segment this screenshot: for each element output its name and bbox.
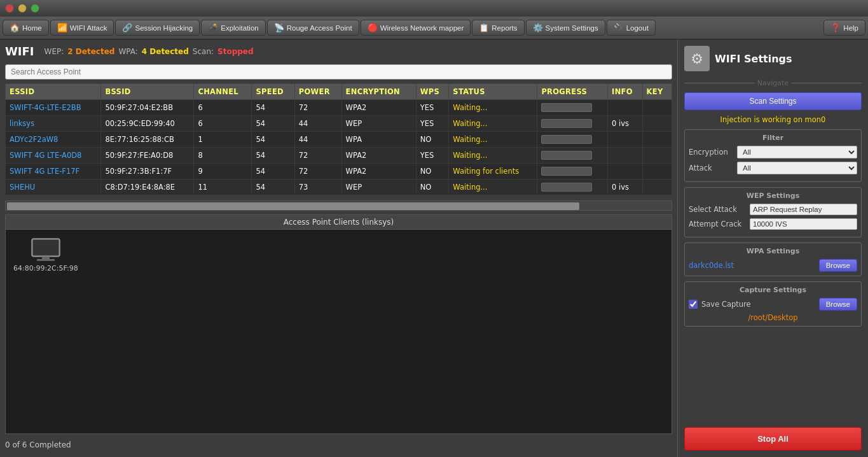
wifi-header: WIFI WEP: 2 Detected WPA: 4 Detected Sca…	[5, 45, 672, 58]
info-cell	[608, 132, 642, 148]
attempt-crack-input[interactable]	[750, 218, 857, 230]
channel-cell: 8	[194, 148, 252, 164]
horizontal-scrollbar[interactable]	[5, 200, 672, 211]
table-row[interactable]: ADYc2F2aW8 8E:77:16:25:88:CB 1 54 44 WPA…	[6, 132, 672, 148]
maximize-button[interactable]	[31, 4, 39, 13]
search-input[interactable]	[5, 64, 672, 80]
close-button[interactable]	[5, 4, 14, 13]
col-speed: SPEED	[252, 84, 294, 100]
title-bar	[0, 0, 868, 17]
nav-wifi-attack[interactable]: 📶 WIFI Attack	[50, 20, 114, 36]
report-icon: 📋	[479, 23, 489, 32]
antenna-icon: 📡	[274, 23, 284, 32]
power-cell: 44	[294, 132, 341, 148]
wep-label: WEP:	[45, 47, 64, 56]
info-cell: 0 ivs	[608, 116, 642, 132]
progress-bar	[541, 183, 592, 192]
nav-system-settings[interactable]: ⚙️ System Settings	[526, 20, 605, 36]
channel-cell: 6	[194, 100, 252, 116]
wifi-settings-header: ⚙️ WIFI Settings	[684, 46, 862, 71]
stop-all-button[interactable]: Stop All	[684, 427, 862, 451]
gear-icon-big: ⚙️	[684, 46, 710, 71]
col-key: KEY	[642, 84, 672, 100]
save-capture-checkbox[interactable]	[689, 300, 698, 309]
key-cell	[642, 100, 672, 116]
wifi-icon: 📶	[57, 23, 67, 32]
settings-title: WIFI Settings	[715, 53, 792, 65]
info-cell	[608, 148, 642, 164]
nav-session-hijacking[interactable]: 🔗 Session Hijacking	[115, 20, 200, 36]
bssid-cell: 50:9F:27:04:E2:BB	[101, 100, 194, 116]
progress-cell	[537, 116, 608, 132]
scan-settings-button[interactable]: Scan Settings	[684, 92, 862, 110]
status-cell: Waiting...	[449, 100, 537, 116]
completed-text: 0 of 6 Completed	[5, 438, 672, 452]
encryption-filter-label: Encryption	[689, 148, 733, 157]
essid-cell: SWIFT-4G-LTE-E2BB	[6, 100, 101, 116]
filter-section: Filter Encryption All Attack All	[684, 129, 862, 182]
encryption-cell: WPA2	[341, 164, 416, 179]
key-cell	[642, 148, 672, 164]
logout-icon: 🔌	[614, 23, 624, 32]
encryption-filter-select[interactable]: All	[737, 146, 857, 158]
progress-cell	[537, 148, 608, 164]
nav-rouge-ap[interactable]: 📡 Rouge Access Point	[267, 20, 359, 36]
speed-cell: 54	[252, 116, 294, 132]
minimize-button[interactable]	[18, 4, 27, 13]
nav-home[interactable]: 🏠 Home	[3, 20, 49, 36]
attempt-crack-row: Attempt Crack	[689, 218, 857, 230]
wifi-table: ESSID BSSID CHANNEL SPEED POWER ENCRYPTI…	[5, 83, 672, 195]
attack-filter-label: Attack	[689, 164, 733, 172]
col-bssid: BSSID	[101, 84, 194, 100]
nav-exploitation[interactable]: 💣 Exploitation	[201, 20, 265, 36]
monitor-icon	[31, 237, 61, 262]
scan-status: Stopped	[217, 47, 254, 56]
col-essid: ESSID	[6, 84, 101, 100]
main-area: WIFI WEP: 2 Detected WPA: 4 Detected Sca…	[0, 39, 868, 457]
channel-cell: 9	[194, 164, 252, 179]
table-row[interactable]: SWIFT 4G LTE-F17F 50:9F:27:3B:F1:7F 9 54…	[6, 164, 672, 179]
status-cell: Waiting...	[449, 132, 537, 148]
ap-clients-body: 64:80:99:2C:5F:98	[6, 230, 672, 433]
nav-help[interactable]: ❓ Help	[823, 20, 865, 36]
bssid-cell: C8:D7:19:E4:8A:8E	[101, 179, 194, 195]
status-cell: Waiting...	[449, 179, 537, 195]
table-row[interactable]: SWIFT 4G LTE-A0D8 50:9F:27:FE:A0:D8 8 54…	[6, 148, 672, 164]
progress-cell	[537, 132, 608, 148]
wep-settings-title: WEP Settings	[689, 192, 857, 200]
filter-title: Filter	[689, 134, 857, 142]
attack-filter-select[interactable]: All	[737, 162, 857, 174]
progress-cell	[537, 100, 608, 116]
encryption-cell: WPA2	[341, 100, 416, 116]
attempt-crack-label: Attempt Crack	[689, 220, 746, 229]
channel-cell: 11	[194, 179, 252, 195]
encryption-filter-row: Encryption All	[689, 146, 857, 158]
ap-clients-panel: Access Point Clients (linksys) 64:80:99:…	[5, 214, 672, 434]
wpa-browse-button[interactable]: Browse	[819, 259, 857, 272]
bssid-cell: 50:9F:27:3B:F1:7F	[101, 164, 194, 179]
capture-browse-button[interactable]: Browse	[819, 298, 857, 311]
scroll-thumb[interactable]	[7, 202, 579, 210]
table-row[interactable]: linksys 00:25:9C:ED:99:40 6 54 44 WEP YE…	[6, 116, 672, 132]
client-item: 64:80:99:2C:5F:98	[13, 237, 78, 272]
info-cell: 0 ivs	[608, 179, 642, 195]
nav-wireless-mapper[interactable]: 🔴 Wireless Network mapper	[361, 20, 471, 36]
speed-cell: 54	[252, 132, 294, 148]
speed-cell: 54	[252, 164, 294, 179]
power-cell: 72	[294, 100, 341, 116]
attack-filter-row: Attack All	[689, 162, 857, 174]
table-row[interactable]: SWIFT-4G-LTE-E2BB 50:9F:27:04:E2:BB 6 54…	[6, 100, 672, 116]
wps-cell: YES	[416, 148, 449, 164]
nav-logout[interactable]: 🔌 Logout	[607, 20, 656, 36]
col-status: STATUS	[449, 84, 537, 100]
client-mac: 64:80:99:2C:5F:98	[13, 264, 78, 272]
table-row[interactable]: SHEHU C8:D7:19:E4:8A:8E 11 54 73 WEP NO …	[6, 179, 672, 195]
nav-reports[interactable]: 📋 Reports	[472, 20, 524, 36]
essid-cell: SWIFT 4G LTE-A0D8	[6, 148, 101, 164]
progress-bar	[541, 167, 592, 176]
progress-bar	[541, 119, 592, 128]
col-channel: CHANNEL	[194, 84, 252, 100]
essid-cell: SHEHU	[6, 179, 101, 195]
select-attack-input[interactable]	[750, 204, 857, 215]
speed-cell: 54	[252, 100, 294, 116]
